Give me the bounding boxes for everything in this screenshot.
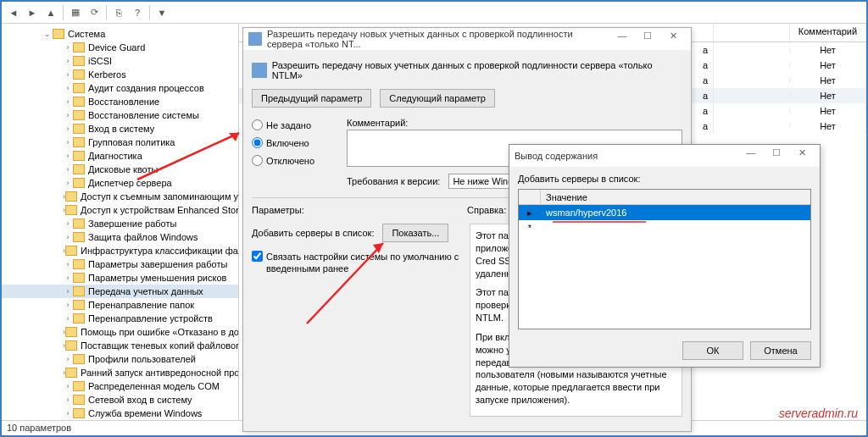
d2-label: Добавить серверы в список: [518,174,811,184]
close-icon[interactable]: ✕ [660,30,686,47]
tree-item[interactable]: ›iSCSI [2,54,238,68]
tree-item[interactable]: ›Device Guard [2,41,238,54]
tree-item[interactable]: ›Восстановление [2,95,238,108]
tree-item[interactable]: ›Сетевой вход в систему [2,393,238,407]
desc-text: Разрешить передачу новых учетных данных … [272,60,682,80]
radio-disabled[interactable]: Отключено [252,155,314,166]
prev-param-button[interactable]: Предыдущий параметр [252,89,371,108]
tree-item[interactable]: ›Перенаправление папок [2,298,238,312]
arrow-right-icon[interactable]: ► [24,4,41,21]
tree-root[interactable]: ⌄ Система [2,27,238,41]
concat-defaults-label: Связать настройки системы по умолчанию с… [266,251,465,275]
cancel-button[interactable]: Отмена [750,341,811,360]
tree-root-label: Система [68,29,105,39]
tree-item[interactable]: ›Перенаправление устройств [2,312,238,325]
tree-item[interactable]: ›Профили пользователей [2,352,238,366]
tree-item[interactable]: ›Групповая политика [2,136,238,149]
tree-item[interactable]: ›Диспетчер сервера [2,176,238,190]
requirements-label: Требования к версии: [347,176,440,186]
desc-icon [252,63,267,78]
close-icon[interactable]: ✕ [789,147,815,164]
grid-row[interactable]: ▸wsman/hyperv2016 [519,205,810,220]
toolbar: ◄ ► ▲ ▦ ⟳ ⎘ ? ▼ [2,2,866,24]
help-icon[interactable]: ? [129,4,146,21]
dialog-title: Разрешить передачу новых учетных данных … [267,29,609,49]
arrow-up-icon[interactable]: ▲ [42,4,59,21]
tree-item[interactable]: ›Распределенная модель COM [2,379,238,393]
dialog2-title: Вывод содержания [515,151,738,161]
tree-item[interactable]: ›Дисковые квоты [2,163,238,176]
tree-item[interactable]: ›Защита файлов Windows [2,230,238,244]
row-indicator-icon: ▸ [519,207,541,218]
tree-item[interactable]: ›Доступ к устройствам Enhanced Storage [2,203,238,217]
servers-grid[interactable]: Значение ▸wsman/hyperv2016 * [518,189,811,329]
tree-item[interactable]: ›Параметры уменьшения рисков [2,271,238,285]
next-param-button[interactable]: Следующий параметр [380,89,495,108]
tree-item[interactable]: ›Доступ к съемным запоминающим устройс [2,190,238,203]
tree-item[interactable]: ›Завершение работы [2,217,238,230]
minimize-icon[interactable]: — [738,147,764,164]
tree-item[interactable]: ›Восстановление системы [2,108,238,122]
export-icon[interactable]: ⎘ [110,4,127,21]
col-comment[interactable]: Комментарий [790,24,866,41]
maximize-icon[interactable]: ☐ [764,147,789,164]
grid-header-value[interactable]: Значение [541,190,810,204]
tree-item[interactable]: ›Вход в систему [2,122,238,136]
tree-item[interactable]: ›Поставщик теневых копий файлового ресур [2,339,238,352]
new-row-icon: * [519,223,541,233]
tree-item[interactable]: ›Инфраструктура классификации файлов [2,244,238,257]
show-contents-dialog: Вывод содержания — ☐ ✕ Добавить серверы … [509,144,821,368]
maximize-icon[interactable]: ☐ [635,30,660,47]
radio-enabled[interactable]: Включено [252,137,314,148]
watermark: serveradmin.ru [779,407,858,420]
col-state[interactable] [714,24,790,41]
tree-item[interactable]: ›Ранний запуск антивредоносной программ [2,366,238,379]
add-servers-label: Добавить серверы в список: [252,228,374,238]
dialog2-titlebar[interactable]: Вывод содержания — ☐ ✕ [509,145,820,167]
params-label: Параметры: [252,205,467,215]
radio-not-configured[interactable]: Не задано [252,119,314,130]
ok-button[interactable]: ОК [682,341,743,360]
tree-item[interactable]: ›Аудит создания процессов [2,81,238,95]
concat-defaults-checkbox[interactable] [252,251,263,262]
filter-icon[interactable]: ▼ [153,4,170,21]
tree-item[interactable]: ›Kerberos [2,68,238,81]
dialog-titlebar[interactable]: Разрешить передачу новых учетных данных … [243,28,691,50]
window-icon[interactable]: ▦ [67,4,84,21]
comment-label: Комментарий: [347,118,682,128]
tree-item[interactable]: ›Диагностика [2,149,238,163]
minimize-icon[interactable]: — [609,30,635,47]
tree-panel: ⌄ Система ›Device Guard›iSCSI›Kerberos›А… [2,24,239,420]
tree-item[interactable]: ›Служба времени Windows [2,407,238,420]
tree-item[interactable]: ›Помощь при ошибке «Отказано в доступе» [2,325,238,339]
refresh-icon[interactable]: ⟳ [86,4,103,21]
show-button[interactable]: Показать... [382,224,448,242]
tree-item[interactable]: ›Передача учетных данных [2,285,238,298]
policy-icon [248,32,262,46]
grid-row-new[interactable]: * [519,220,810,235]
arrow-left-icon[interactable]: ◄ [5,4,22,21]
tree-item[interactable]: ›Параметры завершения работы [2,257,238,271]
